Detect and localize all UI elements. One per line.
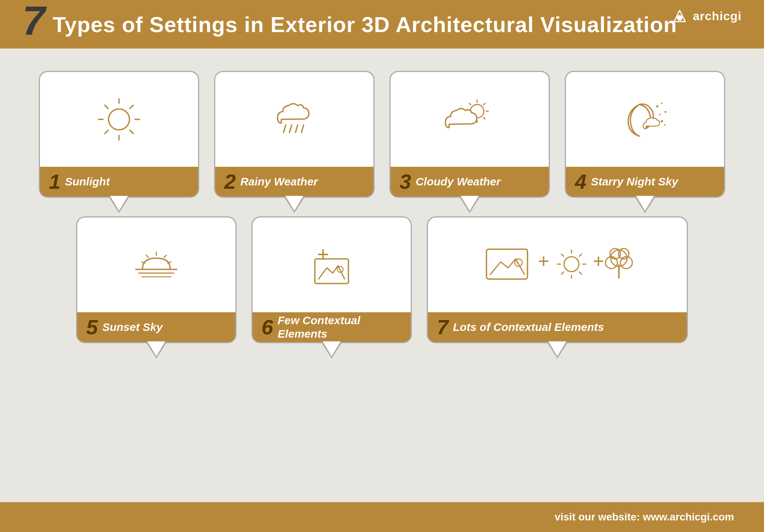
svg-rect-40 — [315, 259, 348, 284]
logo-text: archicgi — [693, 9, 742, 23]
card-label-5: Sunset Sky — [102, 320, 163, 334]
card-label-7: Lots of Contextual Elements — [453, 320, 604, 334]
cloudy-icon-area — [434, 72, 505, 167]
footer-text: visit our website: www.archicgi.com — [555, 511, 734, 523]
header-title: Types of Settings in Exterior 3D Archite… — [53, 12, 677, 37]
card-label-3: Cloudy Weather — [416, 175, 501, 188]
svg-point-24 — [656, 105, 658, 107]
svg-line-20 — [469, 103, 471, 105]
cloud-sun-icon — [442, 97, 498, 142]
svg-line-22 — [483, 103, 485, 105]
bottom-row: 5 Sunset Sky 6 — [30, 216, 734, 343]
image-plus-icon — [304, 242, 360, 287]
svg-rect-42 — [486, 249, 527, 279]
card-num-7: 7 — [437, 317, 448, 338]
card-num-2: 2 — [224, 171, 236, 192]
svg-text:+: + — [538, 250, 549, 272]
footer-bar: visit our website: www.archicgi.com — [0, 502, 764, 532]
card-num-5: 5 — [86, 317, 98, 338]
svg-point-2 — [109, 109, 129, 130]
card-label-bar-2: 2 Rainy Weather — [215, 167, 373, 197]
card-lots-elements: + + — [427, 216, 688, 343]
card-label-bar-3: 3 Cloudy Weather — [391, 167, 549, 197]
card-rainy: 2 Rainy Weather — [214, 71, 375, 198]
main-content: 1 Sunlight 2 Rainy Weather — [0, 48, 764, 358]
svg-line-7 — [105, 105, 108, 109]
card-label-bar-4: 4 Starry Night Sky — [566, 167, 724, 197]
rainy-icon-area — [263, 72, 326, 167]
svg-line-32 — [164, 255, 166, 257]
svg-point-1 — [677, 16, 682, 20]
card-sunlight: 1 Sunlight — [39, 71, 199, 198]
card-sunset: 5 Sunset Sky — [76, 216, 237, 343]
card-label-bar-6: 6 Few ContextualElements — [253, 312, 411, 342]
card-label-bar-1: 1 Sunlight — [40, 167, 198, 197]
svg-line-11 — [284, 125, 286, 132]
sunlight-icon-area — [87, 72, 151, 167]
logo-area: archicgi — [670, 7, 742, 25]
logo-icon — [670, 7, 689, 25]
card-starry: 4 Starry Night Sky — [565, 71, 725, 198]
header-bar: 7 Types of Settings in Exterior 3D Archi… — [0, 0, 764, 48]
svg-line-51 — [579, 272, 582, 274]
card-label-2: Rainy Weather — [240, 175, 318, 188]
svg-line-10 — [105, 130, 108, 134]
starry-icon-area — [610, 72, 680, 167]
svg-line-52 — [579, 254, 582, 256]
svg-point-25 — [661, 103, 663, 104]
sun-icon — [95, 95, 143, 144]
card-num-3: 3 — [400, 171, 411, 192]
header-number: 7 — [22, 0, 45, 41]
card-num-6: 6 — [262, 317, 273, 338]
rain-icon — [270, 95, 319, 144]
sunset-icon — [128, 242, 184, 287]
svg-point-27 — [659, 114, 661, 115]
top-row: 1 Sunlight 2 Rainy Weather — [30, 71, 734, 198]
card-num-4: 4 — [575, 171, 586, 192]
card-label-bar-7: 7 Lots of Contextual Elements — [428, 312, 687, 342]
card-few-elements: 6 Few ContextualElements — [251, 216, 412, 343]
svg-point-26 — [665, 111, 667, 113]
moon-star-icon — [617, 95, 673, 144]
card-label-1: Sunlight — [65, 175, 110, 188]
svg-line-13 — [295, 125, 298, 132]
card-label-6: Few ContextualElements — [278, 314, 360, 341]
svg-line-50 — [561, 254, 564, 256]
card-label-4: Starry Night Sky — [591, 175, 678, 188]
svg-point-29 — [664, 124, 666, 126]
image-sun-tree-icon: + + — [479, 242, 636, 287]
sunset-icon-area — [121, 218, 192, 312]
svg-line-53 — [561, 272, 564, 274]
svg-line-12 — [289, 125, 292, 132]
svg-line-9 — [130, 105, 133, 109]
card-cloudy: 3 Cloudy Weather — [389, 71, 550, 198]
svg-point-45 — [564, 257, 579, 272]
card-label-bar-5: 5 Sunset Sky — [77, 312, 235, 342]
card-num-1: 1 — [49, 171, 60, 192]
svg-line-14 — [301, 125, 304, 132]
svg-text:+: + — [593, 250, 604, 272]
svg-line-31 — [146, 255, 148, 257]
few-elements-icon-area — [296, 218, 367, 312]
svg-point-28 — [661, 120, 663, 122]
svg-line-8 — [130, 130, 133, 134]
lots-elements-icon-area: + + — [472, 218, 643, 312]
svg-line-21 — [483, 118, 485, 119]
